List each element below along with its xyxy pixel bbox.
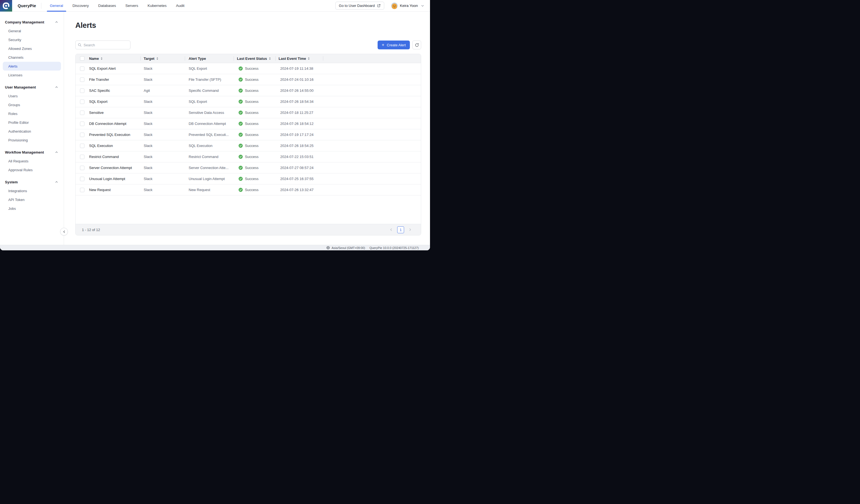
status-badge: Success <box>245 77 258 82</box>
table-row[interactable]: SQL Execution Slack SQL Execution Succes… <box>75 140 421 152</box>
go-to-user-dashboard-button[interactable]: Go to User Dashboard <box>335 2 384 10</box>
tab-general[interactable]: General <box>47 0 66 12</box>
sidebar-item-api-token[interactable]: API Token <box>3 195 61 204</box>
previous-page-button[interactable] <box>389 227 393 232</box>
table-row[interactable]: SQL Export Slack SQL Export Success 2024… <box>75 96 421 107</box>
sidebar-item-integrations[interactable]: Integrations <box>3 186 61 195</box>
section-title: System <box>5 180 18 184</box>
user-avatar[interactable] <box>391 2 398 9</box>
row-checkbox-cell <box>75 166 86 170</box>
sidebar-item-profile-editor[interactable]: Profile Editor <box>3 118 61 127</box>
table-row[interactable]: Server Connection Attempt Slack Server C… <box>75 162 421 173</box>
table-row[interactable]: DB Connection Attempt Slack DB Connectio… <box>75 118 421 129</box>
row-checkbox[interactable] <box>80 188 84 192</box>
table-row[interactable]: SQL Export Alert Slack SQL Export Succes… <box>75 63 421 74</box>
sidebar-item-channels[interactable]: Channels <box>3 53 61 62</box>
pagination: 1 <box>389 226 413 233</box>
tab-servers[interactable]: Servers <box>123 0 142 12</box>
row-checkbox[interactable] <box>80 177 84 181</box>
sort-name[interactable]: Name <box>89 57 103 61</box>
sidebar-item-security[interactable]: Security <box>3 35 61 44</box>
row-checkbox[interactable] <box>80 77 84 82</box>
status-badge: Success <box>245 144 258 148</box>
sidebar-item-general[interactable]: General <box>3 27 61 35</box>
sidebar-item-groups[interactable]: Groups <box>3 100 61 109</box>
sidebar-item-all-requests[interactable]: All Requests <box>3 157 61 165</box>
sidebar-section-header-user-management[interactable]: User Management <box>3 83 61 91</box>
table-row[interactable]: SAC Specific Agit Specific Command Succe… <box>75 85 421 96</box>
row-checkbox-cell <box>75 188 86 192</box>
querypie-logo[interactable] <box>0 0 12 12</box>
cell-alert-type: Prevented SQL Executi... <box>185 133 234 137</box>
sidebar-section-header-workflow-management[interactable]: Workflow Management <box>3 148 61 157</box>
sort-target[interactable]: Target <box>144 57 158 61</box>
column-header-last-event-time: Last Event Time <box>275 54 323 63</box>
chevron-down-icon <box>421 4 425 8</box>
row-checkbox-cell <box>75 100 86 104</box>
brand-name: QueryPie <box>18 3 36 8</box>
alerts-table: Name Target Alert Type <box>75 54 421 235</box>
status-success-icon <box>239 67 243 71</box>
cell-name: Prevented SQL Execution <box>86 133 140 137</box>
table-row[interactable]: Restrict Command Slack Restrict Command … <box>75 152 421 162</box>
sort-icon <box>101 57 103 60</box>
row-checkbox[interactable] <box>80 121 84 126</box>
sidebar-section-header-system[interactable]: System <box>3 177 61 186</box>
create-alert-button[interactable]: + Create Alert <box>377 41 410 49</box>
row-checkbox[interactable] <box>80 133 84 137</box>
next-page-button[interactable] <box>408 227 413 232</box>
chevron-up-icon <box>55 150 58 154</box>
sort-icon <box>308 57 310 60</box>
sidebar-item-jobs[interactable]: Jobs <box>3 204 61 213</box>
search-input[interactable] <box>75 41 130 49</box>
app-window: QueryPie General Discovery Databases Ser… <box>0 0 430 250</box>
sidebar-item-provisioning[interactable]: Provisioning <box>3 136 61 144</box>
sidebar-item-licenses[interactable]: Licenses <box>3 71 61 80</box>
sidebar-section-header-company-management[interactable]: Company Management <box>3 18 61 27</box>
user-menu-button[interactable] <box>420 3 425 8</box>
table-row[interactable]: Sensitive Slack Sensitive Data Access Su… <box>75 107 421 118</box>
table-row[interactable]: File Transfer Slack File Transfer (SFTP)… <box>75 74 421 85</box>
chevron-up-icon <box>55 85 58 89</box>
cell-alert-type: SQL Export <box>185 100 234 104</box>
select-all-checkbox[interactable] <box>80 56 84 61</box>
toolbar: + Create Alert <box>75 41 421 49</box>
row-checkbox[interactable] <box>80 155 84 159</box>
tab-discovery[interactable]: Discovery <box>70 0 92 12</box>
row-checkbox-cell <box>75 67 86 71</box>
page-number-button[interactable]: 1 <box>397 226 404 233</box>
row-checkbox[interactable] <box>80 100 84 104</box>
primary-tabs: General Discovery Databases Servers Kube… <box>45 0 189 12</box>
search-box <box>75 41 130 49</box>
tab-audit[interactable]: Audit <box>173 0 188 12</box>
tab-kubernetes[interactable]: Kubernetes <box>145 0 170 12</box>
sidebar-item-approval-rules[interactable]: Approval Rules <box>3 165 61 174</box>
sidebar-item-alerts[interactable]: Alerts <box>3 62 61 71</box>
row-checkbox[interactable] <box>80 88 84 93</box>
cell-name: File Transfer <box>86 77 140 82</box>
sort-last-event-time[interactable]: Last Event Time <box>278 57 310 61</box>
row-checkbox[interactable] <box>80 144 84 148</box>
cell-last-event-time: 2024-07-25 16:37:55 <box>275 177 323 181</box>
refresh-button[interactable] <box>412 41 421 49</box>
status-badge: Success <box>245 67 258 71</box>
sort-last-event-status[interactable]: Last Event Status <box>237 57 271 61</box>
row-checkbox[interactable] <box>80 67 84 71</box>
table-row[interactable]: Unusual Login Attempt Slack Unusual Logi… <box>75 173 421 185</box>
sidebar-item-roles[interactable]: Roles <box>3 109 61 118</box>
tab-databases[interactable]: Databases <box>95 0 119 12</box>
row-checkbox[interactable] <box>80 166 84 170</box>
table-row[interactable]: Prevented SQL Execution Slack Prevented … <box>75 129 421 140</box>
table-row[interactable]: New Request Slack New Request Success 20… <box>75 185 421 196</box>
sidebar-item-users[interactable]: Users <box>3 91 61 100</box>
sidebar-item-authentication[interactable]: Authentication <box>3 127 61 136</box>
sidebar-collapse-button[interactable] <box>60 228 68 235</box>
sidebar-item-allowed-zones[interactable]: Allowed Zones <box>3 44 61 53</box>
cell-last-event-status: Success <box>234 144 275 148</box>
column-header-name: Name <box>86 54 140 63</box>
version-label: QueryPie 10.0.0 (20240725-171127) <box>370 246 419 249</box>
column-label: Target <box>144 57 155 61</box>
row-checkbox[interactable] <box>80 111 84 115</box>
cell-last-event-time: 2024-07-27 08:57:24 <box>275 166 323 170</box>
cell-target: Slack <box>140 144 185 148</box>
